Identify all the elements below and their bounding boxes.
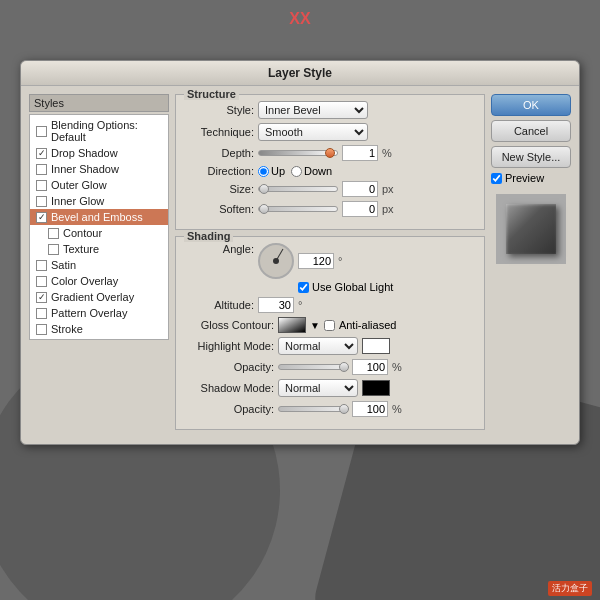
style-item-gradient-overlay[interactable]: Gradient Overlay bbox=[30, 289, 168, 305]
direction-radio-group: Up Down bbox=[258, 165, 332, 177]
shadow-opacity-thumb[interactable] bbox=[339, 404, 349, 414]
depth-thumb[interactable] bbox=[325, 148, 335, 158]
shadow-mode-select[interactable]: Normal bbox=[278, 379, 358, 397]
style-label: Style: bbox=[184, 104, 254, 116]
direction-up-label[interactable]: Up bbox=[258, 165, 285, 177]
checkbox-blending[interactable] bbox=[36, 126, 47, 137]
size-unit: px bbox=[382, 183, 394, 195]
angle-dial[interactable] bbox=[258, 243, 294, 279]
checkbox-gradient-overlay[interactable] bbox=[36, 292, 47, 303]
shadow-opacity-input[interactable] bbox=[352, 401, 388, 417]
depth-slider[interactable] bbox=[258, 150, 338, 156]
footer-logo: 活力盒子 bbox=[548, 581, 592, 596]
cancel-button[interactable]: Cancel bbox=[491, 120, 571, 142]
style-item-inner-glow[interactable]: Inner Glow bbox=[30, 193, 168, 209]
size-thumb[interactable] bbox=[259, 184, 269, 194]
use-global-light-checkbox[interactable] bbox=[298, 282, 309, 293]
checkbox-bevel-emboss[interactable] bbox=[36, 212, 47, 223]
style-item-color-overlay[interactable]: Color Overlay bbox=[30, 273, 168, 289]
highlight-color-swatch[interactable] bbox=[362, 338, 390, 354]
soften-unit: px bbox=[382, 203, 394, 215]
style-item-label: Outer Glow bbox=[51, 179, 107, 191]
checkbox-outer-glow[interactable] bbox=[36, 180, 47, 191]
highlight-opacity-label: Opacity: bbox=[184, 361, 274, 373]
angle-degree: ° bbox=[338, 255, 342, 267]
style-select[interactable]: Inner Bevel bbox=[258, 101, 368, 119]
angle-label: Angle: bbox=[184, 243, 254, 255]
style-item-outer-glow[interactable]: Outer Glow bbox=[30, 177, 168, 193]
depth-row: Depth: % bbox=[184, 145, 476, 161]
checkbox-inner-glow[interactable] bbox=[36, 196, 47, 207]
style-item-bevel-emboss[interactable]: Bevel and Emboss bbox=[30, 209, 168, 225]
checkbox-contour[interactable] bbox=[48, 228, 59, 239]
size-row: Size: px bbox=[184, 181, 476, 197]
highlight-mode-label: Highlight Mode: bbox=[184, 340, 274, 352]
depth-unit: % bbox=[382, 147, 392, 159]
checkbox-drop-shadow[interactable] bbox=[36, 148, 47, 159]
shadow-color-swatch[interactable] bbox=[362, 380, 390, 396]
direction-down-label[interactable]: Down bbox=[291, 165, 332, 177]
style-item-blending[interactable]: Blending Options: Default bbox=[30, 117, 168, 145]
style-item-label: Pattern Overlay bbox=[51, 307, 127, 319]
gloss-contour-dropdown[interactable]: ▼ bbox=[310, 320, 320, 331]
anti-aliased-checkbox[interactable] bbox=[324, 320, 335, 331]
style-item-satin[interactable]: Satin bbox=[30, 257, 168, 273]
checkbox-color-overlay[interactable] bbox=[36, 276, 47, 287]
style-item-texture[interactable]: Texture bbox=[30, 241, 168, 257]
shading-section: Shading Angle: ° bbox=[175, 236, 485, 430]
checkbox-texture[interactable] bbox=[48, 244, 59, 255]
style-item-label: Blending Options: Default bbox=[51, 119, 162, 143]
use-global-light-label: Use Global Light bbox=[312, 281, 393, 293]
gloss-contour-row: Gloss Contour: ▼ Anti-aliased bbox=[184, 317, 476, 333]
size-slider[interactable] bbox=[258, 186, 338, 192]
highlight-opacity-row: Opacity: % bbox=[184, 359, 476, 375]
checkbox-stroke[interactable] bbox=[36, 324, 47, 335]
direction-up-text: Up bbox=[271, 165, 285, 177]
direction-down-text: Down bbox=[304, 165, 332, 177]
style-item-label: Bevel and Emboss bbox=[51, 211, 143, 223]
checkbox-satin[interactable] bbox=[36, 260, 47, 271]
highlight-opacity-unit: % bbox=[392, 361, 402, 373]
altitude-row: Altitude: ° bbox=[184, 297, 476, 313]
highlight-mode-select[interactable]: Normal bbox=[278, 337, 358, 355]
angle-input[interactable] bbox=[298, 253, 334, 269]
soften-thumb[interactable] bbox=[259, 204, 269, 214]
shadow-opacity-slider[interactable] bbox=[278, 406, 348, 412]
size-input[interactable] bbox=[342, 181, 378, 197]
right-panel: OK Cancel New Style... Preview bbox=[491, 94, 571, 436]
technique-select[interactable]: Smooth bbox=[258, 123, 368, 141]
depth-label: Depth: bbox=[184, 147, 254, 159]
soften-label: Soften: bbox=[184, 203, 254, 215]
checkbox-pattern-overlay[interactable] bbox=[36, 308, 47, 319]
preview-inner bbox=[506, 204, 556, 254]
style-row: Style: Inner Bevel bbox=[184, 101, 476, 119]
shading-label: Shading bbox=[184, 230, 233, 242]
style-item-contour[interactable]: Contour bbox=[30, 225, 168, 241]
middle-panel: Structure Style: Inner Bevel Technique: … bbox=[175, 94, 485, 436]
ok-button[interactable]: OK bbox=[491, 94, 571, 116]
style-item-label: Color Overlay bbox=[51, 275, 118, 287]
soften-slider[interactable] bbox=[258, 206, 338, 212]
direction-up-radio[interactable] bbox=[258, 166, 269, 177]
checkbox-inner-shadow[interactable] bbox=[36, 164, 47, 175]
depth-input[interactable] bbox=[342, 145, 378, 161]
top-label: XX bbox=[0, 0, 600, 34]
left-panel: Styles Blending Options: Default Drop Sh… bbox=[29, 94, 169, 436]
highlight-opacity-slider[interactable] bbox=[278, 364, 348, 370]
soften-row: Soften: px bbox=[184, 201, 476, 217]
style-item-label: Texture bbox=[63, 243, 99, 255]
gloss-contour-preview[interactable] bbox=[278, 317, 306, 333]
style-item-pattern-overlay[interactable]: Pattern Overlay bbox=[30, 305, 168, 321]
soften-input[interactable] bbox=[342, 201, 378, 217]
style-item-label: Stroke bbox=[51, 323, 83, 335]
style-item-stroke[interactable]: Stroke bbox=[30, 321, 168, 337]
highlight-opacity-thumb[interactable] bbox=[339, 362, 349, 372]
direction-down-radio[interactable] bbox=[291, 166, 302, 177]
highlight-opacity-input[interactable] bbox=[352, 359, 388, 375]
altitude-input[interactable] bbox=[258, 297, 294, 313]
shadow-opacity-unit: % bbox=[392, 403, 402, 415]
style-item-drop-shadow[interactable]: Drop Shadow bbox=[30, 145, 168, 161]
preview-checkbox[interactable] bbox=[491, 173, 502, 184]
style-item-inner-shadow[interactable]: Inner Shadow bbox=[30, 161, 168, 177]
new-style-button[interactable]: New Style... bbox=[491, 146, 571, 168]
